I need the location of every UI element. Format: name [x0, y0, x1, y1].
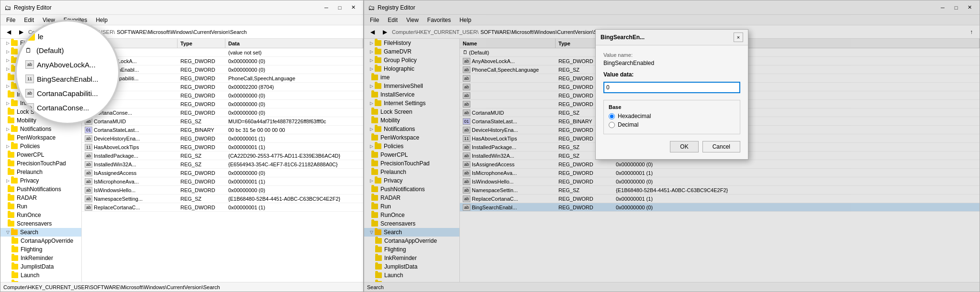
sidebar-item-radar[interactable]: RADAR — [0, 194, 81, 202]
sidebar-item-powercpl[interactable]: PowerCPL — [0, 151, 81, 159]
cell-type: REG_SZ — [178, 160, 225, 168]
radio-hex-input[interactable] — [609, 113, 615, 119]
cell-name: ab IsMicrophoneAva... — [82, 177, 178, 185]
left-maximize-button[interactable]: □ — [334, 2, 346, 13]
cell-type: REG_DWORD — [178, 134, 225, 142]
table-row[interactable]: ab CortanaMUID REG_SZ MUID=660a44af71fe4… — [82, 117, 363, 126]
table-row[interactable]: ab REG_DWORD 0x00000000 (0) — [82, 100, 363, 108]
folder-icon — [11, 126, 18, 132]
table-row[interactable]: ab CortanaConse... REG_DWORD 0x00000000 … — [82, 108, 363, 117]
sidebar-item-flighting[interactable]: Flighting — [0, 245, 81, 254]
folder-icon — [8, 118, 14, 123]
table-row[interactable]: ab InstalledPackage... REG_SZ {CA22D290-… — [82, 151, 363, 160]
cell-data: 0x00000000 (0) — [225, 91, 363, 99]
left-close-button[interactable]: ✕ — [347, 2, 359, 13]
cell-type: REG_DWORD — [178, 177, 225, 185]
dialog-buttons: OK Cancel — [603, 141, 740, 152]
cell-data: {CA22D290-2553-4775-AD11-E339E3B6AC4D} — [225, 151, 363, 160]
sidebar-item-privacy[interactable]: ▷ Privacy — [0, 176, 81, 185]
table-row[interactable]: ab REG_DWORD 0x00002200 (8704) — [82, 83, 363, 91]
cell-type: REG_DWORD — [178, 65, 225, 74]
cell-data: MUID=660a44af71fe488787226ff8f63fff0c — [225, 117, 363, 125]
table-row[interactable]: ab IsMicrophoneAva... REG_DWORD 0x000000… — [82, 177, 363, 186]
sidebar-item-runonce[interactable]: RunOnce — [0, 211, 81, 219]
sidebar-item-run[interactable]: Run — [0, 202, 81, 211]
table-row[interactable]: 01 CortanaStateLast... REG_BINARY 00 bc … — [82, 126, 363, 134]
folder-icon — [11, 49, 18, 54]
dialog-radio-dec[interactable]: Decimal — [609, 121, 735, 128]
folder-icon — [11, 264, 18, 270]
dialog-value-input[interactable] — [603, 82, 740, 93]
sidebar-item-penworkspace[interactable]: PenWorkspace — [0, 133, 81, 142]
folder-icon — [11, 255, 18, 261]
sidebar-item-policies[interactable]: ▷ Policies — [0, 142, 81, 151]
table-row[interactable]: 🗒 (Default) (value not set) — [82, 48, 363, 57]
radio-dec-input[interactable] — [609, 122, 615, 128]
sidebar-item-inkreminder[interactable]: InkReminder — [0, 254, 81, 262]
folder-icon — [11, 178, 18, 184]
dialog-close-button[interactable]: × — [734, 32, 743, 42]
cell-data: 0x00000000 (0) — [225, 57, 363, 65]
table-row[interactable]: ab IsAssignedAccess REG_DWORD 0x00000000… — [82, 169, 363, 177]
sidebar-item-search[interactable]: ▽ Search — [0, 228, 81, 237]
mag-item-default: 🗒 (Default) — [23, 43, 111, 57]
sidebar-item-precisiontouchpad[interactable]: PrecisionTouchPad — [0, 159, 81, 168]
table-row[interactable]: 11 HasAboveLockTips REG_DWORD 0x00000001… — [82, 143, 363, 151]
mag-item-anyabovelock: ab AnyAboveLockA... — [23, 57, 111, 72]
mag-folder-icon — [25, 33, 35, 41]
left-forward-button[interactable]: ▶ — [16, 27, 26, 37]
left-header-data: Data — [225, 39, 363, 48]
left-menu-file[interactable]: File — [2, 16, 19, 24]
cell-name: ab IsAssignedAccess — [82, 169, 178, 177]
table-row[interactable]: ab CortanaCapabiliti... REG_DWORD PhoneC… — [82, 74, 363, 83]
sidebar-item-prelaunch[interactable]: Prelaunch — [0, 168, 81, 176]
table-row[interactable]: ab AnyAboveLockA... REG_DWORD 0x00000000… — [82, 57, 363, 65]
left-menu-help[interactable]: Help — [92, 16, 111, 24]
dialog-value-name-label: Value name: — [603, 52, 740, 58]
radio-hex-label: Hexadecimal — [618, 113, 651, 119]
dialog-ok-button[interactable]: OK — [670, 141, 698, 152]
dialog-cancel-button[interactable]: Cancel — [702, 141, 740, 152]
folder-icon — [8, 169, 14, 175]
left-header-type: Type — [178, 39, 225, 48]
folder-icon — [8, 221, 14, 227]
left-back-button[interactable]: ◀ — [3, 27, 14, 37]
table-row[interactable]: ab NamespaceSetting... REG_SZ {E1B68480-… — [82, 195, 363, 203]
cell-data: (value not set) — [225, 48, 363, 56]
dialog-radio-hex[interactable]: Hexadecimal — [609, 113, 735, 119]
table-row[interactable]: ab ReplaceCortanaC... REG_DWORD 0x000000… — [82, 203, 363, 212]
table-row[interactable]: ab DeviceHistoryEna... REG_DWORD 0x00000… — [82, 134, 363, 143]
folder-icon — [8, 195, 14, 201]
cell-data: {E1B68480-52B4-4451-A0BC-C63BC9C4E2F2} — [225, 195, 363, 203]
radio-dec-label: Decimal — [618, 121, 638, 128]
cell-name: ab InstalledWin32A... — [82, 160, 178, 168]
cell-type: REG_DWORD — [178, 186, 225, 194]
cell-type: REG_DWORD — [178, 100, 225, 108]
sidebar-item-jumplistdata[interactable]: JumplistData — [0, 262, 81, 271]
folder-icon — [8, 109, 14, 115]
cell-type: REG_DWORD — [178, 108, 225, 117]
left-minimize-button[interactable]: ─ — [320, 2, 333, 13]
cell-type: REG_DWORD — [178, 91, 225, 99]
cell-type — [178, 48, 225, 56]
dialog-value-name-value: BingSearchEnabled — [603, 59, 740, 67]
sidebar-item-screensavers[interactable]: Screensavers — [0, 219, 81, 228]
table-row[interactable]: ab BingSearchEnabl... REG_DWORD 0x000000… — [82, 65, 363, 74]
sidebar-item-pushnotifications[interactable]: PushNotifications — [0, 185, 81, 194]
sidebar-item-cortanaappoverride[interactable]: CortanaAppOverride — [0, 237, 81, 245]
folder-icon — [11, 143, 18, 149]
sidebar-item-notifications[interactable]: ▷ Notifications — [0, 125, 81, 133]
left-status-text: Computer\HKEY_CURRENT_USER\SOFTWARE\Micr… — [3, 284, 220, 290]
cell-name: ab ReplaceCortanaC... — [82, 203, 178, 211]
folder-icon — [11, 272, 18, 278]
table-row[interactable]: ab IsWindowsHello... REG_DWORD 0x0000000… — [82, 186, 363, 195]
table-row[interactable]: ab InstalledWin32A... REG_SZ {E6564943-3… — [82, 160, 363, 169]
left-menu-edit[interactable]: Edit — [20, 16, 38, 24]
cell-data: 0x00000001 (1) — [225, 134, 363, 142]
cell-type: REG_DWORD — [178, 143, 225, 151]
table-row[interactable]: ab REG_DWORD 0x00000000 (0) — [82, 91, 363, 100]
left-address-path: SOFTWARE\Microsoft\Windows\CurrentVersio… — [117, 29, 360, 35]
cell-data: 0x00000000 (0) — [225, 100, 363, 108]
cell-data: 0x00000000 (0) — [225, 169, 363, 177]
sidebar-item-launch[interactable]: Launch — [0, 271, 81, 280]
